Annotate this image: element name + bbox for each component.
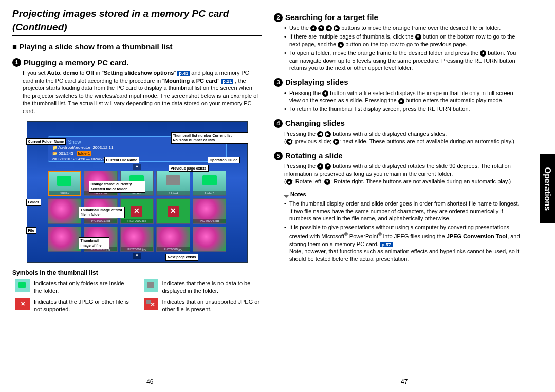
callout-file: File [26,227,36,234]
enter-icon: ● [322,90,328,97]
thumbnail-screenshot: ●Slide Show 📁 A:/vlroot/projector_2003.1… [27,121,248,263]
step-2-item-2: If there are multiple pages of thumbnail… [284,33,523,48]
note-2: It is possible to give presentations wit… [284,223,523,263]
step-1-heading: 1 Plugging a memory PC card. [12,58,262,68]
callout-orange-frame: Orange frame: currently selected file or… [89,181,145,193]
step-1-body: If you set Auto. demo to Off in "Setting… [12,69,262,115]
ref-p43: p.43 [177,71,190,76]
up-icon: ▲ [317,163,323,170]
callout-folder: Folder [26,199,41,206]
step-3-item-2: To return to the thumbnail list display … [284,105,523,113]
callout-next-page: Next page exists [165,254,198,260]
ref-p57: p.57 [380,242,393,247]
callout-thumb-image: Thumbnail Image of file [79,237,109,249]
callout-list-number: Thumbnail list number Current list No./T… [171,132,248,144]
enter-icon: ● [480,50,486,57]
down-icon: ▼ [325,163,331,170]
step-3-heading: 3Displaying slides [274,77,523,87]
down-icon: ▼ [318,25,324,31]
down-icon: ▼ [324,179,330,185]
icon-folder-grey [144,279,158,292]
up-icon: ▲ [286,179,292,185]
callout-prev-page: Previous page exists [169,165,209,172]
callout-current-file: Current File Name [104,157,139,163]
page-number-right: 47 [401,378,408,386]
right-icon: ▶ [325,131,331,137]
ref-p21: p.21 [221,79,233,84]
step-4-heading: 4Changing slides [274,118,523,128]
notes-heading: Notes [284,191,523,198]
enter-icon: ● [398,98,404,104]
up-icon: ▲ [338,42,344,48]
left-column: Projecting images stored in a memory PC … [12,7,268,313]
right-column: 2Searching for a target file Use the ▲ ▼… [268,7,543,313]
callout-current-folder: Current Folder Name [26,138,66,145]
left-icon: ◀ [326,25,332,31]
page-title: Projecting images stored in a memory PC … [12,7,262,36]
down-icon: ▼ [415,34,421,40]
step-1-number: 1 [12,58,21,67]
step-3-item-1: Pressing the ● button with a file select… [284,89,523,105]
icon-x-unsupported [15,298,30,310]
heading-playing: ■ Playing a slide show from a thumbnail … [12,42,262,52]
callout-operation-guide: Operation Guide [208,157,240,163]
legend-grid: Indicates that only folders are inside t… [12,279,262,313]
icon-x-folder-unsupported [144,298,158,310]
step-2-item-3: To open a folder, move the orange frame … [284,49,523,72]
right-icon: ▶ [334,25,340,31]
step-5-body: Pressing the ▲ ▼ buttons with a slide di… [274,162,523,185]
note-1: The thumbnail display order and slide or… [284,200,523,223]
step-4-body: Pressing the ◀ ▶ buttons with a slide di… [274,130,523,145]
page-spread: Projecting images stored in a memory PC … [0,0,555,313]
left-icon: ◀ [317,131,323,137]
step-2-heading: 2Searching for a target file [274,12,523,23]
icon-folder-green [15,279,30,292]
legend-heading: Symbols in the thumbnail list [12,269,262,277]
step-5-heading: 5Rotating a slide [274,151,523,161]
page-number-left: 46 [146,378,153,386]
callout-thumb-first: Thumbnail image of first file in folder [79,207,125,218]
step-2-item-1: Use the ▲ ▼ ◀ ▶ buttons to move the oran… [284,24,523,32]
left-icon: ◀ [286,139,292,145]
up-icon: ▲ [310,25,317,31]
right-icon: ▶ [333,139,339,145]
